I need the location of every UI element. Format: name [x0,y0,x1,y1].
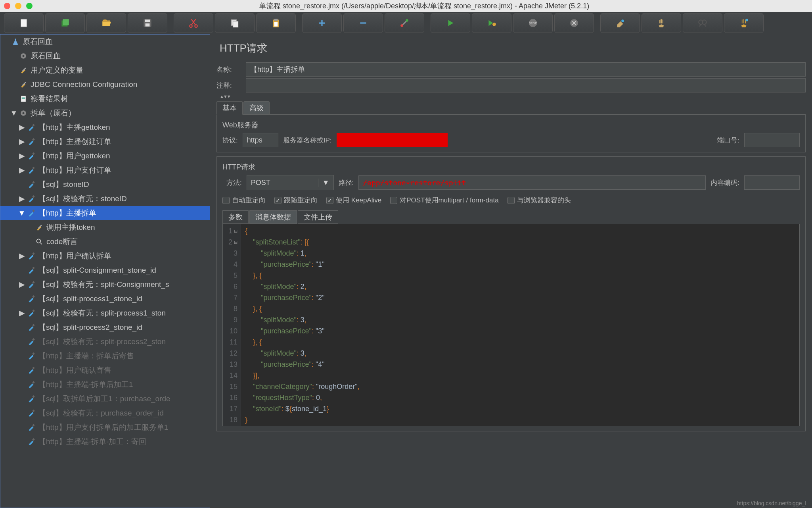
editor-code[interactable]: { "splitStoneList": [{ "splitMode": 1, "… [241,224,799,426]
check-follow-redirect[interactable]: 跟随重定向 [274,196,318,205]
disclosure-icon[interactable] [26,238,34,246]
disclosure-icon[interactable] [18,295,26,303]
encoding-input[interactable] [744,175,800,190]
tree-item[interactable]: 【sql】取拆单后加工1：purchase_orde [0,392,210,406]
remove-button[interactable] [343,13,383,33]
disclosure-icon[interactable]: ▶ [18,281,26,289]
disclosure-icon[interactable] [18,438,26,446]
test-plan-tree[interactable]: 原石回血原石回血用户定义的变量JDBC Connection Configura… [0,35,210,449]
disclosure-icon[interactable]: ▼ [18,209,26,217]
minimize-icon[interactable] [15,3,21,9]
collapse-icon[interactable]: ▲▼▼ [220,94,806,99]
tree-item[interactable]: 用户定义的变量 [0,63,210,77]
tree-item[interactable]: 【http】主播端-拆单-加工：寄回 [0,435,210,449]
comment-input[interactable] [246,78,806,92]
disclosure-icon[interactable] [2,38,10,46]
open-button[interactable] [86,13,126,33]
tab-basic[interactable]: 基本 [216,101,243,115]
copy-button[interactable] [215,13,255,33]
tree-item[interactable]: ▼拆单（原石） [0,106,210,120]
tree-item[interactable]: 【sql】split-process2_stone_id [0,320,210,335]
paste-button[interactable] [256,13,296,33]
tree-item[interactable]: 【http】主播端-拆单后加工1 [0,377,210,392]
body-editor[interactable]: 1⊟2⊟3456789101112131415161718 { "splitSt… [222,224,800,426]
tree-item[interactable]: 【sql】校验有无：split-process2_ston [0,335,210,349]
disclosure-icon[interactable] [18,423,26,431]
server-input[interactable] [337,133,448,147]
tree-item[interactable]: 【sql】split-process1_stone_id [0,292,210,306]
disclosure-icon[interactable]: ▶ [18,195,26,203]
method-select[interactable]: POST ▼ [247,175,334,190]
close-icon[interactable] [4,3,10,9]
body-tab-body[interactable]: 消息体数据 [249,210,297,224]
tree-item[interactable]: 【sql】stoneID [0,177,210,192]
search-button[interactable] [683,13,722,33]
tree-item[interactable]: 【sql】split-Consignment_stone_id [0,263,210,277]
run-button[interactable] [431,13,470,33]
tab-advanced[interactable]: 高级 [243,101,270,115]
body-tab-upload[interactable]: 文件上传 [298,210,338,224]
check-browser[interactable]: 与浏览器兼容的头 [508,196,571,205]
tree-item[interactable]: 【sql】校验有无：purchase_order_id [0,406,210,420]
tree-item[interactable]: 原石回血 [0,35,210,49]
disclosure-icon[interactable] [10,81,18,89]
tree-item[interactable]: ▼【http】主播拆单 [0,206,210,220]
disclosure-icon[interactable] [18,181,26,189]
shutdown-button[interactable] [554,13,594,33]
run-no-pause-button[interactable] [472,13,511,33]
tree-panel[interactable]: 原石回血原石回血用户定义的变量JDBC Connection Configura… [0,34,210,508]
stop-button[interactable]: STOP [513,13,553,33]
tree-item[interactable]: ▶【http】用户支付订单 [0,163,210,177]
check-keepalive[interactable]: 使用 KeepAlive [326,196,381,205]
tree-item[interactable]: ▶【http】用户gettoken [0,149,210,163]
tree-item[interactable]: 察看结果树 [0,92,210,106]
disclosure-icon[interactable]: ▶ [18,309,26,317]
tree-item[interactable]: ▶【sql】校验有无：split-process1_ston [0,306,210,320]
name-input[interactable] [246,62,806,77]
disclosure-icon[interactable] [18,338,26,346]
disclosure-icon[interactable] [18,352,26,360]
tree-item[interactable]: 调用主播token [0,220,210,235]
tree-item[interactable]: ▶【sql】校验有无：stoneID [0,192,210,206]
tree-item[interactable]: ▶【http】用户确认拆单 [0,249,210,263]
save-button[interactable] [128,13,167,33]
disclosure-icon[interactable]: ▶ [18,252,26,260]
disclosure-icon[interactable] [10,66,18,74]
tree-item[interactable]: ▶【sql】校验有无：split-Consignment_s [0,277,210,292]
disclosure-icon[interactable] [18,266,26,274]
cut-button[interactable] [174,13,213,33]
templates-button[interactable] [45,13,85,33]
tree-item[interactable]: ▶【http】主播gettoken [0,120,210,135]
new-button[interactable] [4,13,44,33]
tree-item[interactable]: JDBC Connection Configuration [0,77,210,92]
toggle-button[interactable] [385,13,424,33]
disclosure-icon[interactable]: ▶ [18,152,26,160]
path-input[interactable]: /app/stone-restore/split [358,175,706,190]
tree-item[interactable]: 【http】用户支付拆单后的加工服务单1 [0,420,210,435]
disclosure-icon[interactable] [18,409,26,417]
port-input[interactable] [744,133,800,147]
disclosure-icon[interactable]: ▼ [10,109,18,117]
disclosure-icon[interactable] [26,223,34,231]
clear-all-button[interactable] [642,13,681,33]
tree-item[interactable]: 原石回血 [0,49,210,63]
disclosure-icon[interactable]: ▶ [18,123,26,131]
disclosure-icon[interactable] [18,381,26,389]
add-button[interactable] [302,13,342,33]
disclosure-icon[interactable] [18,323,26,331]
check-multipart[interactable]: 对POST使用multipart / form-data [390,196,498,205]
disclosure-icon[interactable]: ▶ [18,166,26,174]
disclosure-icon[interactable]: ▶ [18,138,26,146]
tree-item[interactable]: ▶【http】主播创建订单 [0,135,210,149]
reset-search-button[interactable] [724,13,764,33]
body-tab-params[interactable]: 参数 [222,210,249,224]
tree-item[interactable]: 【http】主播端：拆单后寄售 [0,349,210,363]
disclosure-icon[interactable] [10,52,18,60]
check-auto-redirect[interactable]: 自动重定向 [222,196,266,205]
disclosure-icon[interactable] [18,366,26,374]
clear-button[interactable] [600,13,640,33]
maximize-icon[interactable] [26,3,33,9]
tree-item[interactable]: 【http】用户确认寄售 [0,363,210,377]
disclosure-icon[interactable] [10,95,18,103]
disclosure-icon[interactable] [18,395,26,403]
